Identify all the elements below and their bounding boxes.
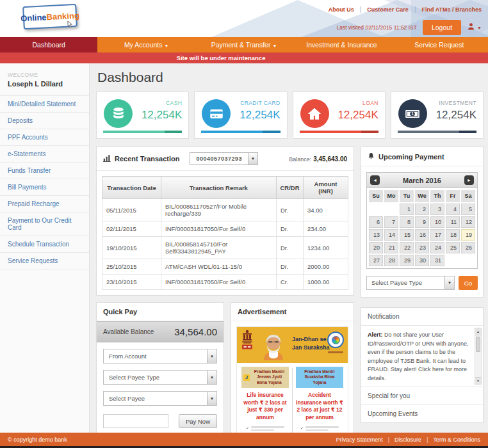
upcoming-events-header[interactable]: Upcoming Events (361, 405, 483, 422)
cell-date: 23/10/2015 (102, 275, 161, 290)
calendar-day-11[interactable]: 11 (446, 216, 460, 228)
calendar-day-18[interactable]: 18 (446, 229, 460, 241)
go-button[interactable]: Go (459, 276, 478, 290)
logout-button[interactable]: Logout (423, 20, 461, 35)
payee-select[interactable]: Select Payee ▼ (103, 391, 217, 406)
calendar-day-17[interactable]: 17 (430, 229, 444, 241)
calendar-day-9[interactable]: 9 (415, 216, 429, 228)
next-month-button[interactable]: ► (464, 175, 474, 185)
calendar-day-6[interactable]: 6 (369, 216, 383, 228)
calendar-day-3[interactable]: 3 (430, 204, 444, 215)
divider: | (360, 6, 362, 13)
sidebar-item-service-requests[interactable]: Service Requests (0, 253, 89, 269)
advertisement-title: Advertisement (238, 308, 286, 316)
calendar-day-21[interactable]: 21 (384, 242, 398, 253)
header-link-about-us[interactable]: About Us (329, 6, 354, 13)
sidebar-item-prepaid-recharge[interactable]: Prepaid Recharge (0, 196, 89, 212)
scrollbar-thumb[interactable] (476, 337, 480, 352)
ad-right-column: Pradhan Mantri Suraksha Bima Yojana Acci… (294, 367, 345, 433)
footer-link-disclosure[interactable]: Disclosure (394, 436, 421, 443)
balance-label: Balance: (289, 156, 311, 163)
from-account-select[interactable]: From Account ▼ (103, 349, 217, 364)
calendar-day-31[interactable]: 31 (430, 255, 444, 266)
calendar-day-19[interactable]: 19 (461, 229, 475, 241)
nav-item-payment-transfer[interactable]: Payment & Transfer▼ (195, 37, 293, 52)
right-scheme-header: Pradhan Mantri Suraksha Bima Yojana (296, 367, 343, 388)
header-link-customer-care[interactable]: Customer Care (367, 6, 409, 13)
cell-crdr: Dr. (277, 199, 304, 221)
notification-header[interactable]: Notification (361, 308, 483, 326)
calendar-day-24[interactable]: 24 (430, 242, 444, 253)
calendar-day-5[interactable]: 5 (461, 204, 475, 215)
column-header-cr-dr: CR/DR (277, 177, 304, 199)
logo-text-online: Online (20, 12, 47, 23)
calendar-day-8[interactable]: 8 (400, 216, 414, 228)
user-menu[interactable]: ▼ (467, 22, 482, 33)
scheme-round-logo (327, 332, 344, 348)
calendar-day-10[interactable]: 10 (430, 216, 444, 228)
sidebar-item-deposits[interactable]: Deposits (0, 113, 89, 129)
sidebar-item-payment-to-our-credit-card[interactable]: Payment to Our Credit Card (0, 212, 89, 236)
header-link-find-atms-branches[interactable]: Find ATMs / Branches (421, 6, 482, 13)
scroll-up-icon[interactable]: ▲ (475, 328, 481, 335)
calendar-day-22[interactable]: 22 (400, 242, 414, 253)
footer-link-privacy-statement[interactable]: Privacy Statement (336, 436, 383, 443)
sidebar-item-bill-payments[interactable]: Bill Payments (0, 179, 89, 196)
divider (292, 368, 293, 433)
calendar-day-12[interactable]: 12 (461, 216, 475, 228)
sidebar-item-schedule-transaction[interactable]: Schedule Transaction (0, 236, 89, 253)
pay-now-button[interactable]: Pay Now (179, 414, 217, 428)
nav-item-my-accounts[interactable]: My Accounts▼ (97, 37, 195, 52)
page-title: Dashboard (97, 70, 484, 85)
notification-panel: Notification Alert: Do not share your Us… (361, 307, 484, 423)
footer: © copyright demo bank Privacy Statement|… (0, 433, 488, 446)
calendar-day-name: Tu (400, 190, 414, 202)
upcoming-payment-title: Upcoming Payment (378, 153, 444, 161)
calendar-day-26[interactable]: 26 (461, 242, 475, 253)
payee-type-label: Select Payee Type (104, 371, 207, 384)
calendar-day-name: Mo (384, 190, 398, 202)
calendar-day-25[interactable]: 25 (446, 242, 460, 253)
sidebar-item-ppf-accounts[interactable]: PPF Accounts (0, 129, 89, 146)
scrollbar[interactable]: ▲ ▼ (475, 328, 482, 385)
calendar-day-7[interactable]: 7 (384, 216, 398, 228)
calendar-day-23[interactable]: 23 (415, 242, 429, 253)
calendar-day-28[interactable]: 28 (384, 255, 398, 266)
calendar-empty-cell (369, 204, 383, 215)
sidebar: WELCOME Loseph L Dillard Mini/Detailed S… (0, 63, 90, 433)
card-label: LOAN (334, 100, 378, 106)
calendar-day-20[interactable]: 20 (369, 242, 383, 253)
scroll-down-icon[interactable]: ▼ (475, 377, 481, 384)
calendar-day-2[interactable]: 2 (415, 204, 429, 215)
amount-input[interactable] (103, 414, 168, 428)
special-for-you-header[interactable]: Special for you (361, 387, 483, 405)
nav-item-dashboard[interactable]: Dashboard (0, 37, 97, 52)
column-header-transaction-date: Transaction Date (102, 177, 161, 199)
cursor-icon (65, 19, 75, 32)
account-number-select[interactable]: 0004057037293 ▼ (190, 152, 258, 165)
nav-item-service-request[interactable]: Service Request (391, 37, 488, 52)
sidebar-item-funds-transfer[interactable]: Funds Transfer (0, 163, 89, 179)
calendar-day-4[interactable]: 4 (446, 204, 460, 215)
calendar-day-16[interactable]: 16 (415, 229, 429, 241)
card-label: CRADIT CARD (236, 100, 280, 106)
nav-item-investment-insurance[interactable]: Investment & Insurance (293, 37, 390, 52)
payee-type-select[interactable]: Select Payee Type ▼ (103, 370, 217, 385)
calendar-day-29[interactable]: 29 (400, 255, 414, 266)
payee-type-select[interactable]: Select Payee Type ▼ (366, 276, 455, 290)
calendar-day-1[interactable]: 1 (400, 204, 414, 215)
sidebar-item-mini-detailed-statement[interactable]: Mini/Detailed Statement (0, 96, 89, 113)
nav-item-label: Service Request (414, 41, 464, 49)
chevron-down-icon: ▼ (248, 153, 257, 164)
calendar-day-15[interactable]: 15 (400, 229, 414, 241)
main-nav: DashboardMy Accounts▼Payment & Transfer▼… (0, 37, 488, 52)
cell-amount: 34.00 (304, 199, 348, 221)
calendar-day-14[interactable]: 14 (384, 229, 398, 241)
online-banking-logo[interactable]: OnlineBanking (22, 4, 77, 29)
prev-month-button[interactable]: ◄ (370, 175, 380, 185)
calendar-day-13[interactable]: 13 (369, 229, 383, 241)
calendar-day-27[interactable]: 27 (369, 255, 383, 266)
calendar-day-30[interactable]: 30 (415, 255, 429, 266)
footer-link-term-conditions[interactable]: Term & Conditions (433, 436, 480, 443)
sidebar-item-e-statements[interactable]: e-Statements (0, 146, 89, 163)
